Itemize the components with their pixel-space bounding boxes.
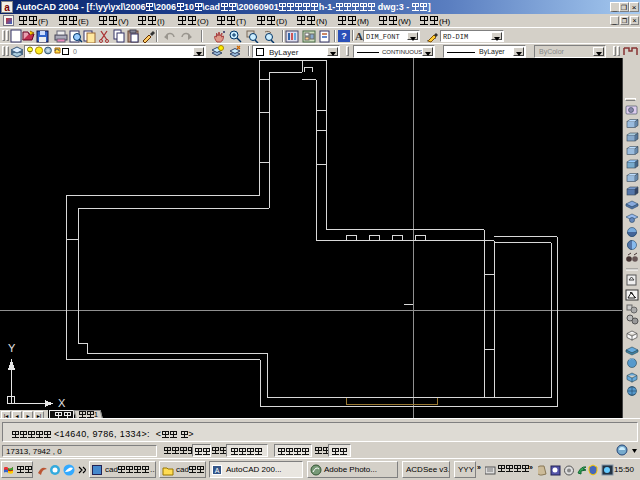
svg-text:Y: Y <box>8 342 16 354</box>
svg-text:X: X <box>58 397 66 409</box>
svg-text:A: A <box>355 30 363 42</box>
